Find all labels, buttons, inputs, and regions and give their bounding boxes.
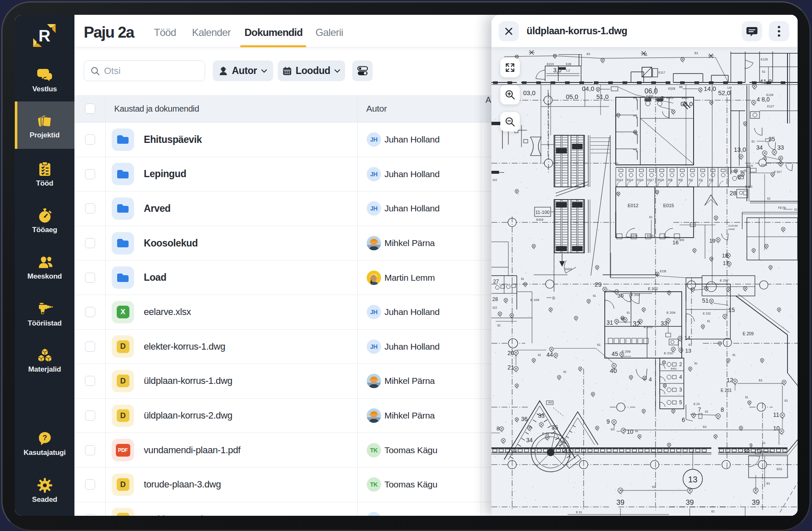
svg-text:61: 61 xyxy=(635,430,639,432)
svg-text:61: 61 xyxy=(762,70,765,73)
svg-text:61: 61 xyxy=(521,277,524,280)
svg-text:61: 61 xyxy=(767,197,771,200)
svg-text:303: 303 xyxy=(679,238,684,241)
svg-text:13,0: 13,0 xyxy=(734,146,746,153)
svg-text:110: 110 xyxy=(492,306,497,309)
svg-text:45: 45 xyxy=(612,350,618,357)
svg-text:16: 16 xyxy=(672,239,678,246)
svg-text:61: 61 xyxy=(785,399,788,402)
svg-text:4: 4 xyxy=(649,376,652,383)
svg-text:E28: E28 xyxy=(566,63,571,66)
svg-text:E127: E127 xyxy=(767,105,774,108)
svg-text:12: 12 xyxy=(727,377,733,383)
svg-text:39: 39 xyxy=(617,498,625,506)
svg-text:51: 51 xyxy=(702,297,709,304)
svg-text:44: 44 xyxy=(546,351,553,358)
svg-text:36: 36 xyxy=(521,416,528,422)
svg-text:E 205: E 205 xyxy=(644,325,653,329)
svg-text:CCKUM: CCKUM xyxy=(728,224,738,227)
svg-text:61: 61 xyxy=(732,353,736,356)
svg-text:11-100: 11-100 xyxy=(535,210,549,215)
svg-text:13: 13 xyxy=(685,348,691,354)
svg-text:61: 61 xyxy=(689,343,692,346)
svg-text:E013: E013 xyxy=(617,178,623,181)
svg-text:7: 7 xyxy=(698,406,701,413)
svg-text:28: 28 xyxy=(492,296,498,302)
svg-text:E 109: E 109 xyxy=(530,298,539,302)
svg-text:5018: 5018 xyxy=(658,178,664,181)
svg-text:E 209: E 209 xyxy=(743,331,754,336)
svg-text:06,0: 06,0 xyxy=(645,88,658,95)
svg-text:E 232: E 232 xyxy=(703,312,710,315)
svg-text:61: 61 xyxy=(597,343,601,346)
svg-text:1,2: 1,2 xyxy=(566,69,570,72)
svg-text:41,0: 41,0 xyxy=(760,78,772,85)
svg-text:14,0: 14,0 xyxy=(704,85,716,92)
svg-text:8: 8 xyxy=(721,406,724,413)
svg-text:310: 310 xyxy=(688,178,693,181)
svg-text:E 317: E 317 xyxy=(774,170,782,173)
svg-text:39: 39 xyxy=(743,448,749,454)
svg-text:61: 61 xyxy=(752,140,755,143)
svg-text:61: 61 xyxy=(707,320,710,323)
svg-text:8: 8 xyxy=(497,425,499,432)
svg-text:10: 10 xyxy=(627,428,634,435)
svg-text:E 202: E 202 xyxy=(648,287,658,291)
svg-text:20: 20 xyxy=(508,350,514,356)
svg-text:51,0: 51,0 xyxy=(596,93,609,100)
svg-text:4: 4 xyxy=(679,374,682,380)
svg-text:3,0: 3,0 xyxy=(553,67,562,74)
svg-text:E 201: E 201 xyxy=(721,388,732,393)
svg-text:31: 31 xyxy=(606,319,613,326)
svg-text:61: 61 xyxy=(563,370,567,373)
svg-text:15: 15 xyxy=(728,307,735,313)
svg-text:SG1: SG1 xyxy=(776,468,782,471)
svg-text:308: 308 xyxy=(668,178,672,181)
svg-text:9: 9 xyxy=(749,442,752,449)
svg-text:E028: E028 xyxy=(668,87,675,90)
svg-text:21: 21 xyxy=(508,364,514,371)
svg-text:13: 13 xyxy=(688,475,697,484)
svg-text:32: 32 xyxy=(633,320,640,328)
svg-text:04,0: 04,0 xyxy=(582,85,594,92)
svg-text:66: 66 xyxy=(679,85,683,88)
svg-text:E 210: E 210 xyxy=(664,351,673,355)
svg-text:E 91: E 91 xyxy=(576,511,582,514)
svg-text:E219: E219 xyxy=(547,63,554,66)
svg-text:61: 61 xyxy=(497,324,501,327)
svg-text:660: 660 xyxy=(548,401,553,404)
svg-text:4 8,0: 4 8,0 xyxy=(757,96,770,103)
svg-text:03,0: 03,0 xyxy=(523,89,535,96)
svg-text:61: 61 xyxy=(762,441,765,444)
svg-text:61: 61 xyxy=(759,378,763,382)
svg-text:LM: LM xyxy=(727,86,732,89)
svg-text:E214: E214 xyxy=(647,234,654,237)
svg-text:34: 34 xyxy=(526,437,533,443)
svg-text:61: 61 xyxy=(538,353,541,356)
svg-text:D017: D017 xyxy=(647,178,654,181)
svg-text:61: 61 xyxy=(766,482,770,485)
svg-text:E014: E014 xyxy=(627,178,634,181)
svg-text:309: 309 xyxy=(678,178,683,181)
svg-text:2: 2 xyxy=(679,361,682,367)
svg-text:35: 35 xyxy=(551,424,558,431)
svg-text:27: 27 xyxy=(493,279,499,285)
svg-text:?: ? xyxy=(42,434,47,442)
svg-text:E418: E418 xyxy=(536,218,543,221)
svg-text:E012: E012 xyxy=(628,203,639,208)
svg-text:R: R xyxy=(38,27,50,45)
svg-text:10: 10 xyxy=(773,425,780,432)
svg-text:E329: E329 xyxy=(747,164,753,167)
svg-text:E125: E125 xyxy=(761,58,768,61)
svg-text:9: 9 xyxy=(606,418,610,425)
svg-text:14: 14 xyxy=(684,335,690,341)
svg-text:61: 61 xyxy=(703,425,707,429)
svg-text:52,0: 52,0 xyxy=(718,89,730,96)
svg-text:E 23: E 23 xyxy=(694,402,700,405)
svg-text:3: 3 xyxy=(679,387,682,393)
svg-text:E235: E235 xyxy=(660,270,667,273)
svg-text:E 206: E 206 xyxy=(622,350,631,353)
svg-text:33: 33 xyxy=(538,412,545,419)
svg-text:29: 29 xyxy=(595,281,602,288)
svg-text:05,0: 05,0 xyxy=(566,93,578,100)
